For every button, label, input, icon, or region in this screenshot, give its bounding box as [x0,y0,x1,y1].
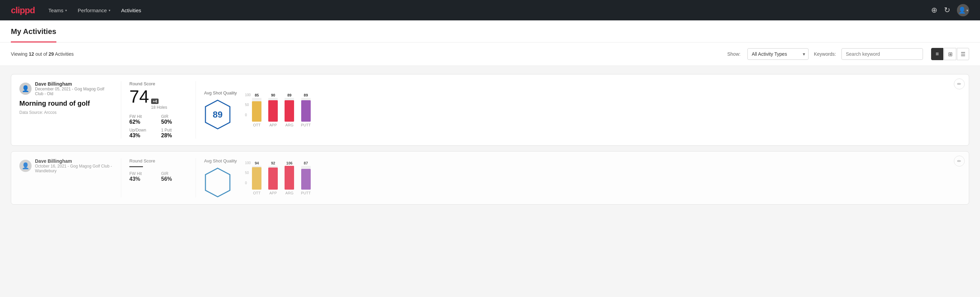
one-putt-value: 28% [161,133,188,139]
bar-group: 92 APP [268,161,278,195]
add-icon[interactable]: ⊕ [931,6,937,14]
activity-type-select-wrapper: All Activity Types Round Practice Lesson [748,48,808,60]
shot-quality-hexagon: 89 [204,99,231,129]
nav-performance[interactable]: Performance ▾ [78,8,110,13]
view-compact-button[interactable]: ☰ [957,48,969,60]
chevron-down-icon: ▾ [65,8,67,12]
holes-label: 18 Holes [151,105,167,110]
y-axis-label: 0 [245,113,251,117]
bar-value-label: 85 [255,93,259,97]
bar-fill [301,169,311,190]
activities-list: 👤 Dave Billingham December 05, 2021 - Go… [0,66,980,218]
header-right: ⊕ ↻ 👤 ▾ [931,4,969,16]
keywords-label: Keywords: [814,51,836,57]
bar-chart: 85 OTT 90 APP 89 ARG 89 [252,93,311,127]
bar-category-label: ARG [285,123,293,127]
compact-view-icon: ☰ [961,51,966,57]
gir-label: GIR [161,171,188,176]
bar-fill [268,168,278,189]
stat-score [129,165,188,167]
edit-button[interactable]: ✏ [954,78,965,89]
card-quality: Avg Shot Quality 89 100500 85 [196,81,961,139]
bar-value-label: 87 [304,161,308,165]
user-menu-button[interactable]: 👤 ▾ [957,4,969,16]
data-source: Data Source: Arccos [19,110,113,115]
gir-label: GIR [161,114,188,119]
bar-group: 89 ARG [285,93,294,127]
fw-hit-value: 62% [129,119,156,125]
page-title: My Activities [11,21,56,43]
user-name: Dave Billingham [35,81,113,87]
bar-value-label: 90 [271,93,275,97]
view-list-button[interactable]: ≡ [931,48,943,60]
bar-value-label: 106 [286,161,293,165]
logo: clippd [11,5,35,16]
main-nav: Teams ▾ Performance ▾ Activities [49,8,141,13]
bar-fill [252,167,261,190]
hexagon-value: 89 [213,109,223,120]
bar-container [285,98,294,121]
bar-chart: 94 OTT 92 APP 106 ARG 87 [252,161,311,195]
bar-value-label: 94 [255,161,259,165]
search-input[interactable] [842,48,923,60]
bar-group: 85 OTT [252,93,261,127]
activity-card: 👤 Dave Billingham December 05, 2021 - Go… [11,74,969,146]
activity-type-select[interactable]: All Activity Types Round Practice Lesson [748,48,808,60]
bar-category-label: OTT [253,191,261,195]
round-score-value: 74 [129,88,149,105]
bar-chart-area: 100500 94 OTT 92 APP 106 [245,161,953,195]
bar-category-label: ARG [285,191,293,195]
bar-category-label: PUTT [301,191,311,195]
header-left: clippd Teams ▾ Performance ▾ Activities [11,5,141,16]
user-icon: 👤 [958,6,966,14]
bar-group: 89 PUTT [301,93,311,127]
pencil-icon: ✏ [957,81,961,87]
bar-fill [285,100,294,121]
activity-card: 👤 Dave Billingham October 16, 2021 - Gog… [11,151,969,204]
round-score-label: Round Score [129,81,188,86]
user-date: December 05, 2021 - Gog Magog Golf Club … [35,87,113,96]
stat-score: 74 +418 Holes [129,88,188,110]
view-grid-button[interactable]: ⊞ [944,48,956,60]
bar-category-label: OTT [253,123,261,127]
one-putt-label: 1 Putt [161,128,188,133]
bar-group: 106 ARG [285,161,294,195]
y-axis-label: 100 [245,93,251,97]
bar-value-label: 92 [271,161,275,165]
bar-container [268,166,278,190]
bar-group: 90 APP [268,93,278,127]
bar-container [301,98,311,121]
edit-button[interactable]: ✏ [954,156,965,166]
y-axis: 100500 [245,161,251,185]
card-stats: Round Score FW Hit 43% GIR 56% [121,158,196,198]
refresh-icon[interactable]: ↻ [944,6,950,14]
bar-value-label: 89 [304,93,308,97]
activity-title: Morning round of golf [19,99,113,107]
toolbar: Viewing 12 out of 29 Activities Show: Al… [0,43,980,66]
pencil-icon: ✏ [957,158,961,164]
stat-grid: FW Hit 62% GIR 50% Up/Down 43% 1 Putt 28… [129,114,188,139]
user-avatar-icon: 👤 [22,85,29,93]
y-axis-label: 0 [245,181,251,185]
svg-marker-1 [205,168,230,197]
card-quality: Avg Shot Quality 100500 94 [196,158,961,198]
card-left: 👤 Dave Billingham December 05, 2021 - Go… [19,81,121,139]
card-stats: Round Score 74 +418 Holes FW Hit 62% GIR… [121,81,196,139]
bar-container [268,98,278,121]
user-avatar-icon: 👤 [22,162,29,169]
avg-shot-quality-label: Avg Shot Quality [204,158,237,163]
user-chevron-icon: ▾ [966,8,968,12]
bar-chart-area: 100500 85 OTT 90 APP 89 [245,93,953,127]
bar-fill [301,100,311,121]
fw-hit-label: FW Hit [129,171,156,176]
avatar: 👤 [19,83,32,95]
nav-activities[interactable]: Activities [121,8,141,13]
gir-value: 50% [161,119,188,125]
user-info: 👤 Dave Billingham December 05, 2021 - Go… [19,81,113,96]
shot-quality-hexagon [204,168,231,198]
header: clippd Teams ▾ Performance ▾ Activities … [0,0,980,21]
y-axis: 100500 [245,93,251,117]
updown-label: Up/Down [129,128,156,133]
round-score-label: Round Score [129,158,188,163]
nav-teams[interactable]: Teams ▾ [49,8,67,13]
